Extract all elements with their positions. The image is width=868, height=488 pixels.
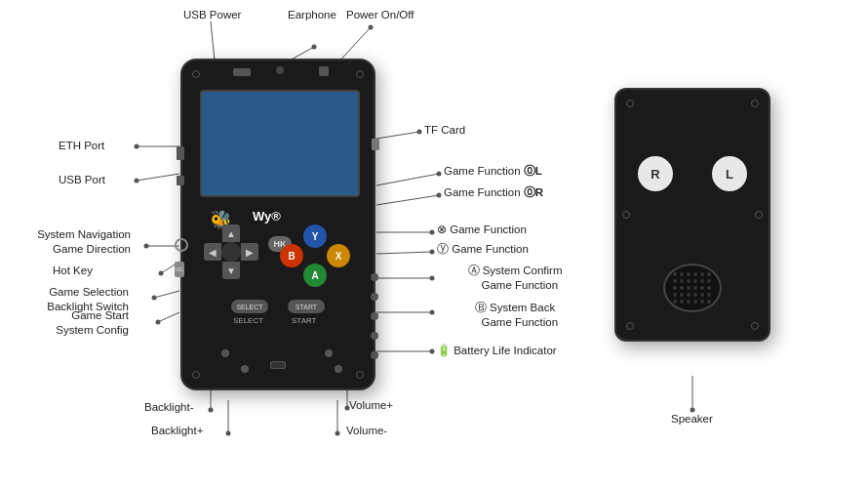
screw-bl [192,371,200,379]
sys-nav-label: System NavigationGame Direction [4,227,131,257]
speaker-dot [680,300,684,304]
diagram-container: SEL 🐝 Wy® ▲ ▼ ◀ ▶ HK Y X B A SELECT STAR… [0,0,868,488]
volume-plus-port [325,349,333,357]
game-function-y-label: ⓨ Game Function [437,242,529,257]
speaker-dot [693,300,697,304]
usb-port [177,176,184,185]
b-indicator [371,351,378,359]
device-back: R L [614,88,770,342]
backlight-minus-port [221,349,229,357]
speaker-dot [680,286,684,290]
svg-point-4 [312,45,317,50]
usb-power-port [233,68,251,76]
svg-point-30 [437,172,442,177]
speaker-dot [673,300,677,304]
nav-circle [175,238,188,252]
dpad-right[interactable]: ▶ [241,243,258,261]
svg-point-40 [430,310,435,315]
select-label: SELECT [233,316,263,325]
speaker-dot [707,272,711,276]
svg-point-8 [135,144,139,149]
svg-point-14 [159,271,164,276]
game-function-l-label: Game Function ⓪L [444,164,542,179]
device-brand: Wy® [253,209,281,224]
eth-port-label: ETH Port [59,139,104,153]
speaker-dot [693,272,697,276]
speaker-dot [687,272,690,276]
power-onoff-label: Power On/Off [346,8,414,22]
svg-point-42 [430,349,435,354]
speaker-dot [673,272,677,276]
back-screw-mr [755,211,763,219]
svg-point-28 [417,130,422,135]
dpad-down[interactable]: ▼ [222,262,240,279]
speaker-dot [700,279,704,283]
x-indicator [371,273,378,281]
a-button[interactable]: A [303,264,327,287]
dpad-center [221,242,241,262]
speaker-dot [707,293,711,297]
svg-point-6 [369,25,374,30]
svg-point-32 [437,193,442,198]
svg-point-12 [144,244,149,249]
svg-line-9 [137,174,179,181]
speaker-dot [707,286,711,290]
tf-card-label: TF Card [424,123,465,138]
speaker-dot [673,293,677,297]
earphone-port [276,66,284,74]
back-screw-ml [622,211,630,219]
speaker-dot [693,286,697,290]
speaker-dot [673,279,677,283]
speaker-label: Speaker [671,412,713,427]
speaker-dot [687,300,690,304]
speaker-dot [707,279,711,283]
game-start-label: Game StartSystem Config [2,308,129,338]
speaker-dot [687,286,690,290]
svg-line-2 [211,21,215,61]
speaker-dot [680,272,684,276]
select-side-button[interactable]: SEL [175,262,184,277]
speaker-dot [680,293,684,297]
speaker-dot [707,300,711,304]
svg-line-35 [376,252,432,254]
volume-minus-port [335,365,342,373]
b-button[interactable]: B [280,244,303,267]
back-screw-tl [626,100,634,107]
speaker-dot [687,293,690,297]
dpad: ▲ ▼ ◀ ▶ [204,224,258,279]
battery-indicator-dot [371,332,378,340]
start-button[interactable]: START [288,300,325,313]
svg-line-27 [376,132,419,139]
svg-point-34 [430,230,435,235]
game-function-x-label: ⊗ Game Function [437,223,527,237]
l-button-back[interactable]: L [712,156,747,191]
svg-point-38 [430,276,435,281]
backlight-minus-label: Backlight- [144,400,194,415]
svg-line-31 [376,195,439,205]
dpad-left[interactable]: ◀ [204,243,221,261]
back-screw-bl [626,322,634,330]
speaker-dot [673,286,677,290]
select-button[interactable]: SELECT [231,300,268,313]
svg-line-29 [376,174,439,185]
svg-point-36 [430,250,435,255]
screw-br [356,371,364,379]
speaker-dot [700,300,704,304]
speaker-dot [693,293,697,297]
backlight-plus-label: Backlight+ [151,424,203,438]
svg-point-18 [156,320,161,325]
dpad-up[interactable]: ▲ [222,224,240,242]
device-front: SEL 🐝 Wy® ▲ ▼ ◀ ▶ HK Y X B A SELECT STAR… [180,59,375,390]
usb-port-label: USB Port [59,173,105,187]
x-button[interactable]: X [327,244,350,267]
y-button[interactable]: Y [303,224,327,248]
svg-point-20 [209,408,214,413]
backlight-plus-port [241,365,249,373]
back-screw-tr [751,100,759,107]
speaker-dot [680,279,684,283]
speaker-dot [693,279,697,283]
back-screw-br [751,322,759,330]
device-screen [200,90,360,197]
r-button-back[interactable]: R [638,156,673,191]
screw-tr [356,70,364,78]
